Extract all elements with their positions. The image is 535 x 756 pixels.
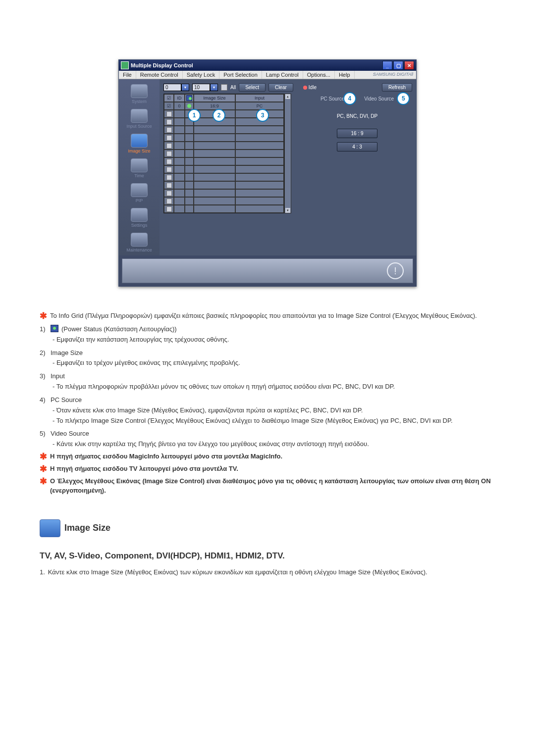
from-combo-button[interactable]: ▾ xyxy=(181,84,189,91)
info-grid: ☑ ID Image Size Input ☑ 0 16 xyxy=(163,94,284,213)
sidebar: System Input Source Image Size Time PIP xyxy=(119,79,160,255)
sidebar-item-time[interactable]: Time xyxy=(122,157,157,181)
minimize-button[interactable]: _ xyxy=(382,61,392,70)
empty-row-checkbox[interactable] xyxy=(166,143,172,149)
column-header-image-size[interactable]: Image Size xyxy=(194,94,235,102)
n4-sub1: - Όταν κάνετε κλικ στο Image Size (Μέγεθ… xyxy=(40,406,495,415)
sidebar-item-maintenance[interactable]: Maintenance xyxy=(122,232,157,255)
ratio-4-3-button[interactable]: 4 : 3 xyxy=(337,142,377,151)
empty-row-checkbox[interactable] xyxy=(166,183,172,188)
tab-video-source[interactable]: Video Source 5 xyxy=(364,96,394,101)
empty-row-checkbox[interactable] xyxy=(166,119,172,125)
ratio-16-9-button[interactable]: 16 : 9 xyxy=(337,129,377,138)
menu-help[interactable]: Help xyxy=(335,71,355,79)
bold-note-3: Ο Έλεγχος Μεγέθους Εικόνας (Image Size C… xyxy=(50,477,495,496)
app-icon xyxy=(121,61,129,69)
titlebar-title: Multiple Display Control xyxy=(131,62,382,68)
n2-number: 2) xyxy=(40,349,48,358)
callout-5: 5 xyxy=(397,92,410,105)
n5-sub: - Κάντε κλικ στην καρτέλα της Πηγής βίντ… xyxy=(40,440,495,449)
n5-title: Video Source xyxy=(51,429,89,439)
callout-1: 1 xyxy=(188,109,201,122)
power-on-icon xyxy=(187,104,191,108)
empty-row-checkbox[interactable] xyxy=(166,135,172,141)
sidebar-label-settings: Settings xyxy=(131,223,148,228)
sidebar-item-system[interactable]: System xyxy=(122,83,157,107)
toolbar: 0 ▾ 10 ▾ All Select Clear Idle Re xyxy=(160,79,416,94)
clear-button[interactable]: Clear xyxy=(268,83,293,92)
row-input: PC xyxy=(235,102,284,110)
star-icon: ✱ xyxy=(40,477,47,486)
scroll-down-icon[interactable]: ▾ xyxy=(285,208,290,213)
menu-port-selection[interactable]: Port Selection xyxy=(219,71,262,79)
input-source-icon xyxy=(131,109,148,123)
empty-row-checkbox[interactable] xyxy=(166,175,172,180)
system-icon xyxy=(131,84,148,98)
refresh-button[interactable]: Refresh xyxy=(382,83,412,92)
column-header-id[interactable]: ID xyxy=(174,94,185,102)
n1-title: (Power Status (Κατάσταση Λειτουργίας)) xyxy=(61,325,177,334)
n1-sub: - Εμφανίζει την κατάσταση λειτουργίας τη… xyxy=(40,335,495,345)
column-header-input[interactable]: Input xyxy=(235,94,284,102)
table-row[interactable]: ☑ 0 16:9 PC xyxy=(164,102,284,110)
sidebar-label-maintenance: Maintenance xyxy=(126,248,152,252)
from-combo[interactable]: 0 ▾ xyxy=(163,84,189,91)
all-checkbox[interactable] xyxy=(221,84,227,91)
ol-1-text: Κάντε κλικ στο Image Size (Μέγεθος Εικόν… xyxy=(48,568,428,577)
ol-1-number: 1. xyxy=(40,568,45,577)
close-button[interactable]: ✕ xyxy=(404,61,414,70)
grid-scrollbar[interactable]: ▴ ▾ xyxy=(284,94,291,213)
menu-options[interactable]: Options... xyxy=(303,71,335,79)
alert-icon: ! xyxy=(387,262,404,279)
brand-logo: SAMSUNG DIGITAll xyxy=(370,71,416,79)
menu-remote-control[interactable]: Remote Control xyxy=(136,71,183,79)
to-combo[interactable]: 10 ▾ xyxy=(192,84,218,91)
app-window: Multiple Display Control _ ▢ ✕ File Remo… xyxy=(118,59,417,287)
empty-row-checkbox[interactable] xyxy=(166,191,172,196)
empty-row-checkbox[interactable] xyxy=(166,199,172,204)
n4-title: PC Source xyxy=(51,396,82,405)
sidebar-item-pip[interactable]: PIP xyxy=(122,182,157,206)
n2-sub: - Εμφανίζει το τρέχον μέγεθος εικόνας τη… xyxy=(40,358,495,368)
from-combo-value[interactable]: 0 xyxy=(163,84,181,91)
empty-row-checkbox[interactable] xyxy=(166,127,172,133)
idle-label: Idle xyxy=(309,85,317,90)
n1-number: 1) xyxy=(40,325,48,334)
empty-row-checkbox[interactable] xyxy=(166,167,172,172)
to-combo-button[interactable]: ▾ xyxy=(210,84,218,91)
menu-safety-lock[interactable]: Safety Lock xyxy=(183,71,219,79)
menu-lamp-control[interactable]: Lamp Control xyxy=(262,71,303,79)
section-subtitle: TV, AV, S-Video, Component, DVI(HDCP), H… xyxy=(40,550,495,562)
tab-pc-source-label: PC Source xyxy=(321,96,344,101)
empty-row-checkbox[interactable] xyxy=(166,111,172,117)
image-size-icon xyxy=(131,134,148,148)
empty-row-checkbox[interactable] xyxy=(166,151,172,156)
idle-indicator-icon xyxy=(303,86,307,90)
sidebar-item-input-source[interactable]: Input Source xyxy=(122,108,157,132)
tab-pc-source[interactable]: PC Source 4 xyxy=(321,96,344,101)
select-button[interactable]: Select xyxy=(239,83,266,92)
sidebar-item-image-size[interactable]: Image Size xyxy=(122,133,157,156)
empty-row-checkbox[interactable] xyxy=(166,159,172,164)
maximize-button[interactable]: ▢ xyxy=(393,61,403,70)
scroll-up-icon[interactable]: ▴ xyxy=(285,94,290,99)
callout-4: 4 xyxy=(343,92,356,105)
row-image-size: 16:9 xyxy=(194,102,235,110)
column-header-power[interactable] xyxy=(185,94,194,102)
menubar: File Remote Control Safety Lock Port Sel… xyxy=(119,71,416,79)
section-title: Image Size xyxy=(64,521,110,534)
empty-row-checkbox[interactable] xyxy=(166,206,172,212)
sidebar-item-settings[interactable]: Settings xyxy=(122,207,157,231)
maintenance-icon xyxy=(131,233,148,247)
sidebar-label-time: Time xyxy=(134,173,144,178)
callout-3: 3 xyxy=(256,109,269,122)
star-icon: ✱ xyxy=(40,464,47,473)
callout-2: 2 xyxy=(213,109,225,122)
menu-file[interactable]: File xyxy=(119,71,136,79)
sidebar-label-system: System xyxy=(132,99,147,104)
tab-video-source-label: Video Source xyxy=(364,96,394,101)
row-checkbox[interactable]: ☑ xyxy=(164,102,174,110)
n4-sub2: - Το πλήκτρο Image Size Control (Έλεγχος… xyxy=(40,416,495,426)
column-header-checkbox[interactable]: ☑ xyxy=(164,94,174,102)
to-combo-value[interactable]: 10 xyxy=(192,84,210,91)
